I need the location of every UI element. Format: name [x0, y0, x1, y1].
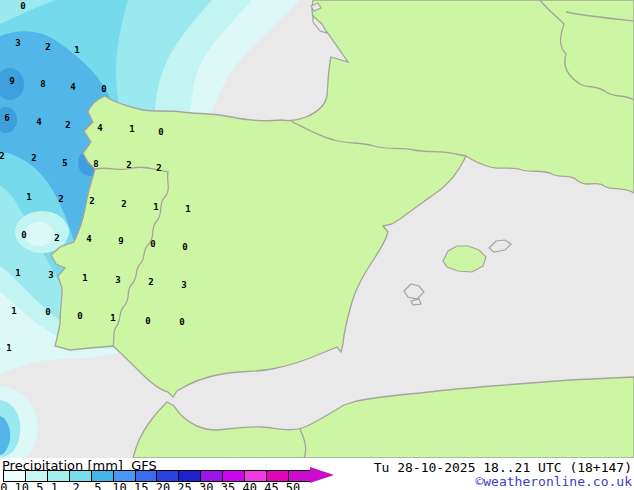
precip-value: 8	[40, 79, 45, 89]
precip-value: 0	[101, 84, 106, 94]
weather-map-screen: 0321984064241022582212221102490013132310…	[0, 0, 634, 490]
precip-value: 3	[181, 280, 186, 290]
scale-tick-label: 10	[112, 481, 126, 490]
scale-tick-label: 40	[242, 481, 256, 490]
scale-segment	[267, 471, 289, 481]
scale-segment	[4, 471, 26, 481]
precip-value: 0	[179, 317, 184, 327]
precip-value: 6	[4, 113, 9, 123]
precip-value: 4	[70, 82, 76, 92]
scale-segment	[157, 471, 179, 481]
precip-value: 5	[62, 158, 67, 168]
scale-tick-label: 5	[94, 481, 101, 490]
color-scale-labels: 0.10.5125101520253035404550	[0, 481, 340, 490]
precip-value: 4	[36, 117, 42, 127]
precip-value: 2	[65, 120, 70, 130]
scale-tick-label: 35	[221, 481, 235, 490]
precip-value: 1	[153, 202, 158, 212]
precip-value: 0	[150, 239, 155, 249]
precip-value: 0	[182, 242, 187, 252]
scale-segment	[201, 471, 223, 481]
precip-value: 9	[9, 76, 14, 86]
precip-value: 3	[115, 275, 120, 285]
scale-segment	[223, 471, 245, 481]
scale-segment	[136, 471, 158, 481]
scale-tick-label: 2	[72, 481, 79, 490]
scale-tick-label: 0.5	[22, 481, 44, 490]
precip-value: 0	[158, 127, 163, 137]
scale-segment	[26, 471, 48, 481]
precip-value: 1	[110, 313, 115, 323]
precip-value: 4	[86, 234, 92, 244]
scale-segment	[48, 471, 70, 481]
precip-value: 3	[48, 270, 53, 280]
timestamp: Tu 28-10-2025 18..21 UTC (18+147)	[374, 460, 632, 475]
precip-value: 2	[45, 42, 50, 52]
island-mallorca	[443, 246, 486, 272]
precip-value: 2	[54, 233, 59, 243]
scale-tick-label: 25	[177, 481, 191, 490]
precip-value: 0	[77, 311, 82, 321]
precip-value: 1	[6, 343, 11, 353]
legend-strip: Precipitation [mm] GFS 0.10.512510152025…	[0, 458, 634, 490]
scale-segment	[179, 471, 201, 481]
scale-tick-label: 1	[51, 481, 58, 490]
precip-value: 2	[89, 196, 94, 206]
precip-value: 1	[74, 45, 79, 55]
precip-value: 0	[20, 1, 25, 11]
precip-value: 2	[156, 163, 161, 173]
scale-segment	[114, 471, 136, 481]
precip-value: 2	[31, 153, 36, 163]
precip-value: 2	[148, 277, 153, 287]
scale-tick-label: 45	[264, 481, 278, 490]
precip-value: 1	[82, 273, 87, 283]
precip-value: 1	[185, 204, 190, 214]
scale-tick-label: 20	[156, 481, 170, 490]
precip-value: 2	[126, 160, 131, 170]
copyright: ©weatheronline.co.uk	[475, 474, 632, 489]
scale-segment	[289, 471, 310, 481]
precip-value: 9	[118, 236, 123, 246]
precip-value: 0	[21, 230, 26, 240]
precip-value: 2	[121, 199, 126, 209]
precip-value: 0	[45, 307, 50, 317]
precip-value: 2	[0, 151, 5, 161]
scale-segment	[70, 471, 92, 481]
precip-value: 0	[145, 316, 150, 326]
precip-value: 1	[15, 268, 20, 278]
scale-tick-label: 30	[199, 481, 213, 490]
precip-value: 8	[93, 159, 98, 169]
scale-tick-label: 50	[286, 481, 300, 490]
precipitation-map: 0321984064241022582212221102490013132310…	[0, 0, 634, 458]
precip-value: 1	[129, 124, 134, 134]
dry-spot-core	[24, 222, 54, 246]
precip-value: 3	[15, 38, 20, 48]
scale-tick-label: 15	[134, 481, 148, 490]
precip-value: 1	[11, 306, 16, 316]
scale-segment	[92, 471, 114, 481]
precip-value: 2	[58, 194, 63, 204]
precip-value: 1	[26, 192, 31, 202]
precip-value: 4	[97, 123, 103, 133]
scale-segment	[245, 471, 267, 481]
map-area: 0321984064241022582212221102490013132310…	[0, 0, 634, 458]
scale-tick-label: 0.1	[0, 481, 22, 490]
